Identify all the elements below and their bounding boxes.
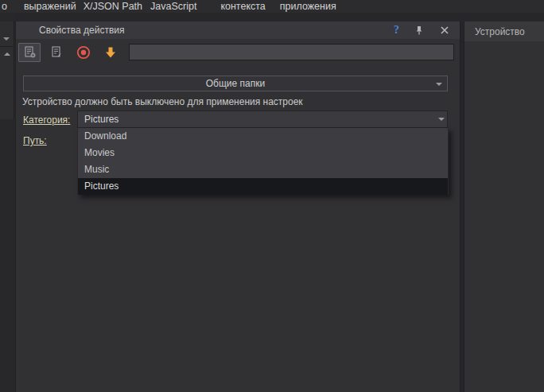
- category-label[interactable]: Категория:: [23, 114, 70, 126]
- category-value: Pictures: [84, 114, 119, 125]
- toolbar-text-input[interactable]: [129, 44, 454, 60]
- dropdown-arrow-icon: [438, 118, 445, 121]
- record-button[interactable]: [72, 43, 95, 62]
- menu-item-javascript[interactable]: JavaScript: [150, 1, 196, 12]
- dropdown-option-movies[interactable]: Movies: [78, 145, 448, 161]
- form-settings-icon: [23, 45, 37, 59]
- menu-item-applications[interactable]: приложения: [280, 1, 336, 12]
- download-arrow-button[interactable]: [99, 43, 122, 62]
- category-dropdown-list: Download Movies Music Pictures: [77, 128, 449, 195]
- menu-item-partial[interactable]: о: [2, 1, 7, 12]
- dropdown-option-music[interactable]: Music: [78, 161, 448, 178]
- titlebar-icons: ?: [394, 24, 450, 37]
- gutter-divider: [0, 46, 14, 47]
- left-gutter-top: [0, 21, 14, 119]
- panel-titlebar: Свойства действия ?: [16, 21, 460, 39]
- device-off-notice: Устройство должно быть выключено для при…: [22, 96, 303, 107]
- dropdown-option-pictures[interactable]: Pictures: [78, 178, 448, 195]
- device-panel-title: Устройство: [475, 26, 525, 37]
- application-window: о выражений X/JSON Path JavaScript конте…: [0, 0, 544, 392]
- shared-folders-dropdown[interactable]: Общие папки: [23, 76, 448, 91]
- category-combobox[interactable]: Pictures: [77, 111, 448, 128]
- left-gutter: [0, 13, 15, 392]
- form-settings-button[interactable]: [18, 43, 41, 62]
- action-properties-panel: Свойства действия ?: [15, 21, 460, 392]
- menu-item-expressions[interactable]: выражений: [24, 1, 76, 12]
- gutter-dropdown-icon[interactable]: [3, 37, 10, 41]
- device-panel-titlebar: Устройство: [464, 21, 544, 41]
- shared-folders-label: Общие папки: [206, 78, 265, 89]
- menu-bar: о выражений X/JSON Path JavaScript конте…: [0, 0, 544, 13]
- category-combobox-button[interactable]: [435, 111, 447, 127]
- dropdown-arrow-icon: [436, 83, 442, 86]
- panel-toolbar: [16, 41, 460, 63]
- pin-icon[interactable]: [414, 25, 425, 36]
- form-edit-icon: [50, 45, 64, 59]
- panel-title: Свойства действия: [39, 25, 124, 36]
- path-label[interactable]: Путь:: [23, 135, 47, 146]
- gutter-scroll-up-icon[interactable]: [4, 52, 10, 56]
- download-arrow-icon: [103, 45, 118, 60]
- help-icon[interactable]: ?: [394, 24, 399, 37]
- device-panel: Устройство: [464, 21, 544, 392]
- form-edit-button[interactable]: [45, 43, 68, 62]
- menu-item-context[interactable]: контекста: [220, 1, 265, 12]
- record-icon: [76, 45, 91, 60]
- close-icon[interactable]: [439, 25, 450, 36]
- menu-item-xjson-path[interactable]: X/JSON Path: [84, 1, 142, 12]
- dropdown-option-download[interactable]: Download: [78, 128, 448, 145]
